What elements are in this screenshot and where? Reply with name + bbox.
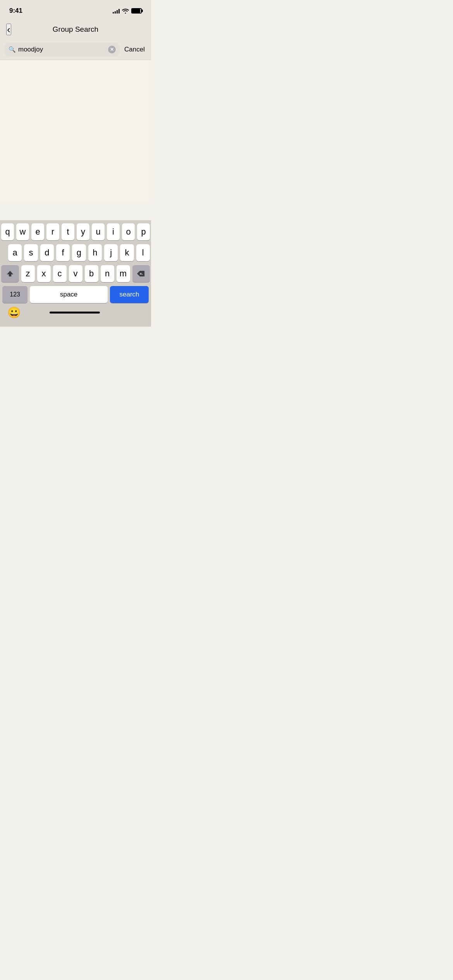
emoji-row: 😀 bbox=[1, 303, 150, 327]
key-z[interactable]: z bbox=[21, 265, 35, 282]
search-key[interactable]: search bbox=[110, 286, 149, 303]
battery-icon bbox=[131, 8, 142, 14]
key-q[interactable]: q bbox=[1, 223, 14, 240]
cancel-button[interactable]: Cancel bbox=[123, 46, 146, 53]
nav-bar: ‹ Group Search bbox=[0, 19, 151, 39]
wifi-icon bbox=[122, 8, 129, 14]
key-p[interactable]: p bbox=[137, 223, 150, 240]
search-icon: 🔍 bbox=[9, 46, 16, 53]
key-j[interactable]: j bbox=[104, 244, 118, 261]
key-f[interactable]: f bbox=[56, 244, 70, 261]
key-u[interactable]: u bbox=[92, 223, 105, 240]
search-input-wrapper: 🔍 ✕ bbox=[5, 43, 120, 57]
key-n[interactable]: n bbox=[101, 265, 114, 282]
key-s[interactable]: s bbox=[24, 244, 38, 261]
key-o[interactable]: o bbox=[122, 223, 135, 240]
key-x[interactable]: x bbox=[37, 265, 51, 282]
key-l[interactable]: l bbox=[136, 244, 150, 261]
key-t[interactable]: t bbox=[62, 223, 74, 240]
key-k[interactable]: k bbox=[120, 244, 134, 261]
status-time: 9:41 bbox=[9, 7, 22, 15]
search-input[interactable] bbox=[18, 46, 106, 53]
space-key[interactable]: space bbox=[30, 286, 108, 303]
keyboard-row-4: 123 space search bbox=[1, 286, 150, 303]
emoji-button[interactable]: 😀 bbox=[7, 306, 21, 319]
status-icons bbox=[113, 8, 142, 14]
keyboard-row-1: q w e r t y u i o p bbox=[1, 223, 150, 240]
home-indicator bbox=[50, 312, 100, 314]
key-y[interactable]: y bbox=[77, 223, 89, 240]
backspace-icon bbox=[137, 270, 145, 277]
key-h[interactable]: h bbox=[88, 244, 102, 261]
key-b[interactable]: b bbox=[85, 265, 98, 282]
signal-icon bbox=[113, 8, 120, 14]
key-g[interactable]: g bbox=[72, 244, 86, 261]
keyboard-row-2: a s d f g h j k l bbox=[1, 244, 150, 261]
key-a[interactable]: a bbox=[8, 244, 22, 261]
key-m[interactable]: m bbox=[117, 265, 130, 282]
backspace-key[interactable] bbox=[132, 265, 150, 282]
status-bar: 9:41 bbox=[0, 0, 151, 19]
main-content bbox=[0, 60, 151, 203]
page-title: Group Search bbox=[53, 25, 98, 34]
key-d[interactable]: d bbox=[40, 244, 54, 261]
back-button[interactable]: ‹ bbox=[6, 24, 11, 35]
clear-button[interactable]: ✕ bbox=[108, 46, 116, 53]
key-v[interactable]: v bbox=[69, 265, 82, 282]
keyboard-row-3: z x c v b n m bbox=[1, 265, 150, 282]
key-c[interactable]: c bbox=[53, 265, 67, 282]
shift-icon bbox=[6, 269, 14, 278]
key-e[interactable]: e bbox=[31, 223, 44, 240]
key-w[interactable]: w bbox=[16, 223, 29, 240]
key-r[interactable]: r bbox=[46, 223, 59, 240]
key-i[interactable]: i bbox=[107, 223, 120, 240]
shift-key[interactable] bbox=[1, 265, 19, 282]
search-bar-container: 🔍 ✕ Cancel bbox=[0, 39, 151, 60]
keyboard: q w e r t y u i o p a s d f g h j k l z … bbox=[0, 220, 151, 327]
numbers-key[interactable]: 123 bbox=[2, 286, 27, 303]
